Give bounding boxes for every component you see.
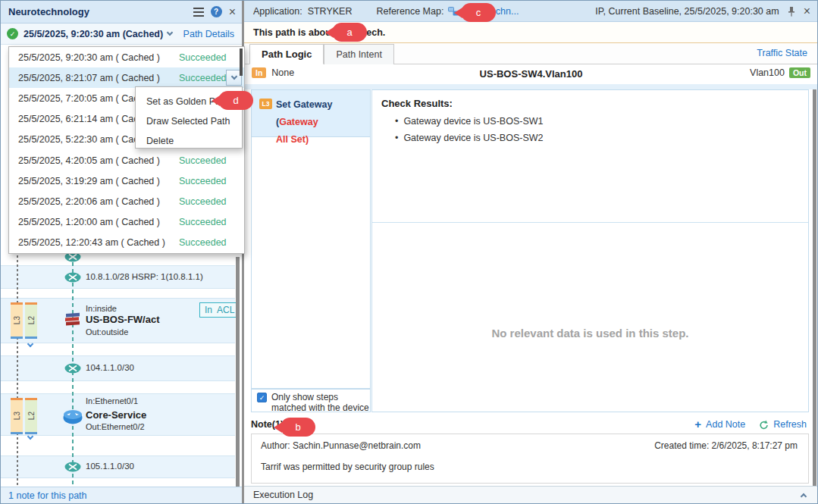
help-icon[interactable]: ? xyxy=(211,6,222,17)
network-label: 105.1.1.0/30 xyxy=(86,462,134,471)
l2-tab[interactable]: L2 xyxy=(25,398,37,434)
right-panel-scrollbar[interactable] xyxy=(813,89,816,486)
device-name[interactable]: US-BOS-FW/act xyxy=(86,314,160,325)
step-title-red: Gateway xyxy=(279,117,318,127)
l2-tab-label: L2 xyxy=(27,316,36,324)
out-interface-label: Out:outside xyxy=(86,327,128,337)
current-run-timestamp[interactable]: 25/5/2025, 9:20:30 am (Cached) xyxy=(24,29,163,39)
run-timestamp: 25/5/2025, 2:20:06 am ( Cached ) xyxy=(18,196,160,207)
left-panel-scrollbar[interactable] xyxy=(236,257,240,487)
run-status: Succeeded xyxy=(179,217,227,227)
check-result-item: •Gateway device is US-BOS-SW1 xyxy=(395,116,543,127)
device-bar: In None US-BOS-SW4.Vlan100 Vlan100 Out xyxy=(244,64,818,84)
application-label: Application: xyxy=(253,6,302,17)
run-history-item[interactable]: 25/5/2025, 4:20:05 am ( Cached ) Succeed… xyxy=(9,150,244,171)
checkbox-label-line1: Only show steps xyxy=(271,392,338,402)
router-icon[interactable] xyxy=(63,409,83,424)
run-timestamp: 25/5/2025, 12:20:43 am ( Cached ) xyxy=(18,237,165,248)
menu-item-draw-selected-path[interactable]: Draw Selected Path xyxy=(136,111,242,131)
out-value: Vlan100 xyxy=(750,67,785,78)
l2-tab[interactable]: L2 xyxy=(25,302,37,339)
note-count-bar: 1 note for this path xyxy=(1,487,242,503)
l3-tab[interactable]: L3 xyxy=(11,398,23,434)
network-label: 10.8.1.0/28 HSRP: 1(10.8.1.1) xyxy=(86,272,203,281)
refresh-button[interactable]: Refresh xyxy=(773,419,807,430)
step-title-red2: All Set) xyxy=(276,134,309,145)
menu-icon[interactable] xyxy=(193,8,204,17)
firewall-icon[interactable] xyxy=(65,311,80,327)
chevron-down-icon[interactable] xyxy=(167,30,173,36)
close-icon[interactable]: × xyxy=(229,7,236,17)
run-history-item[interactable]: 25/5/2025, 12:20:43 am ( Cached ) Succee… xyxy=(9,233,244,253)
run-history-item[interactable]: 25/5/2025, 1:20:00 am ( Cached ) Succeed… xyxy=(9,212,244,233)
run-history-item[interactable]: 25/5/2025, 3:19:29 am ( Cached ) Succeed… xyxy=(9,171,244,191)
pin-icon[interactable] xyxy=(787,6,796,17)
collapse-chevron-icon[interactable] xyxy=(801,493,807,499)
run-timestamp: 25/5/2025, 3:19:29 am ( Cached ) xyxy=(18,176,160,186)
run-status: Succeeded xyxy=(179,196,227,207)
tab-bar: Path Logic Path Intent Traffic State xyxy=(244,43,818,64)
out-interface-label: Out:Ethernet0/2 xyxy=(86,422,145,431)
only-show-steps-checkbox[interactable]: ✓ xyxy=(257,393,267,402)
note-created-time: Created time: 2/6/2025, 8:17:27 pm xyxy=(654,440,798,451)
traffic-state-link[interactable]: Traffic State xyxy=(757,48,807,58)
run-history-item[interactable]: 25/5/2025, 9:20:30 am ( Cached ) Succeed… xyxy=(9,47,244,67)
run-history-item[interactable]: 25/5/2025, 2:20:06 am ( Cached ) Succeed… xyxy=(9,191,244,211)
run-history-item-selected[interactable]: 25/5/2025, 8:21:07 am ( Cached ) Succeed… xyxy=(9,67,244,88)
check-result-item: •Gateway device is US-BOS-SW2 xyxy=(395,133,543,143)
network-label: 104.1.1.0/30 xyxy=(86,363,134,372)
path-details-link[interactable]: Path Details xyxy=(183,29,234,39)
network-node-icon[interactable] xyxy=(64,462,81,472)
application-value: STRYKER xyxy=(308,6,353,17)
bullet-icon: • xyxy=(395,133,398,143)
callout-b: b xyxy=(281,418,315,437)
checkbox-label-line2: matched with the device xyxy=(271,402,369,413)
path-title: Neurotechnology xyxy=(8,6,89,17)
tab-path-logic[interactable]: Path Logic xyxy=(249,44,324,64)
run-timestamp: 25/5/2025, 8:21:07 am ( Cached ) xyxy=(18,73,160,83)
steps-list: L3 Set Gateway (Gateway All Set) xyxy=(251,89,371,389)
path-line-l3 xyxy=(17,255,18,486)
close-panel-icon[interactable]: × xyxy=(804,6,810,17)
l2-tab-label: L2 xyxy=(27,412,36,420)
netbrain-path-window: Neurotechnology ? × ✓ 25/5/2025, 9:20:30… xyxy=(0,0,818,504)
network-node-icon[interactable] xyxy=(64,272,81,283)
execution-log-bar[interactable]: Execution Log xyxy=(244,486,818,503)
run-status: Succeeded xyxy=(179,155,227,166)
step-set-gateway[interactable]: L3 Set Gateway (Gateway All Set) xyxy=(252,90,370,137)
in-interface-label: In:Ethernet0/1 xyxy=(86,396,138,405)
device-bar-title: US-BOS-SW4.Vlan100 xyxy=(244,68,818,80)
l3-tab-label: L3 xyxy=(13,316,21,324)
menu-item-delete[interactable]: Delete xyxy=(136,131,242,151)
run-timestamp: 25/5/2025, 4:20:05 am ( Cached ) xyxy=(18,155,160,166)
note-count-link[interactable]: 1 note for this path xyxy=(8,490,87,501)
left-panel-header: Neurotechnology ? × xyxy=(1,1,242,23)
device-name[interactable]: Core-Service xyxy=(86,409,146,421)
note-body: Tarrif was permitted by security group r… xyxy=(261,462,434,472)
plus-icon: + xyxy=(694,420,701,429)
refresh-icon xyxy=(759,420,769,430)
l3-step-badge: L3 xyxy=(259,99,272,109)
results-divider xyxy=(372,222,808,223)
baseline-info: IP, Current Baseline, 25/5/2025, 9:20:30… xyxy=(595,6,779,17)
out-badge: Out xyxy=(789,67,810,78)
add-note-button[interactable]: Add Note xyxy=(706,419,745,430)
in-acl-badge[interactable]: In ACL xyxy=(199,302,240,318)
tab-path-intent[interactable]: Path Intent xyxy=(324,44,393,64)
callout-d: d xyxy=(218,91,253,110)
run-status: Succeeded xyxy=(179,237,227,248)
l3-tab-label: L3 xyxy=(13,412,21,420)
note-author: Author: Sachin.Punnase@netbrain.com xyxy=(261,440,421,451)
run-status: Succeeded xyxy=(179,176,227,186)
dropdown-scrollbar[interactable] xyxy=(240,49,243,76)
check-results-panel: Check Results: •Gateway device is US-BOS… xyxy=(371,89,809,412)
l3-tab[interactable]: L3 xyxy=(11,302,23,339)
note-card: Author: Sachin.Punnase@netbrain.com Crea… xyxy=(251,434,809,484)
execution-log-label: Execution Log xyxy=(253,490,313,500)
steps-filter-box: ✓ Only show steps matched with the devic… xyxy=(251,389,371,412)
network-node-icon[interactable] xyxy=(64,363,81,374)
check-results-title: Check Results: xyxy=(381,98,453,109)
callout-c: c xyxy=(461,3,496,22)
run-status: Succeeded xyxy=(179,73,227,83)
success-check-icon: ✓ xyxy=(7,28,18,39)
